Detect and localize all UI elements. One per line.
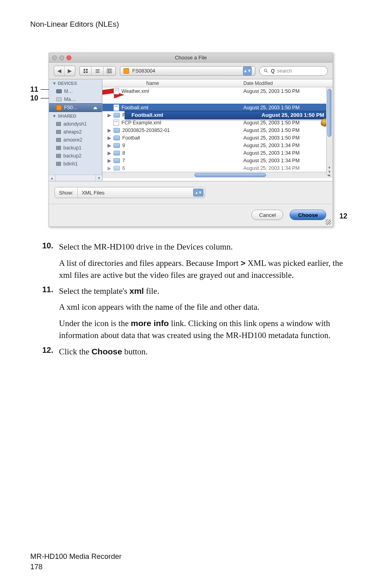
step-11: 11. Select the template's xml file. A xm… xyxy=(42,285,350,341)
file-chooser-dialog: Choose a File ◀ ▶ FS083004 xyxy=(49,53,333,227)
view-mode-segment xyxy=(79,66,116,76)
file-row[interactable]: ▶6 August 25, 2003 1:34 PM xyxy=(102,164,333,172)
step-10: 10. Select the MR-HD100 drive in the Dev… xyxy=(42,241,350,281)
sidebar-item-shared[interactable]: amoore2 xyxy=(49,136,102,144)
sidebar-item-shared[interactable]: adondysh1 xyxy=(49,120,102,128)
step-text: A xml icon appears with the name of the … xyxy=(59,301,350,313)
shared-icon xyxy=(56,146,61,150)
callout-column: 11 10 xyxy=(30,53,45,188)
toolbar: ◀ ▶ FS083004 ▲▼ xyxy=(49,63,333,79)
svg-rect-5 xyxy=(96,71,100,71)
shared-header: ▼ SHARED xyxy=(49,112,102,120)
view-column-button[interactable] xyxy=(104,67,116,75)
path-dropdown-icon[interactable]: ▲▼ xyxy=(243,67,252,75)
external-drive-icon xyxy=(56,105,62,110)
callout-12: 12 xyxy=(339,212,347,227)
step-text: A list of directories and files appears.… xyxy=(59,257,350,281)
titlebar: Choose a File xyxy=(49,53,333,63)
svg-rect-3 xyxy=(86,71,88,73)
show-label: Show: xyxy=(55,187,78,198)
sidebar-item-shared[interactable]: backup2 xyxy=(49,152,102,160)
file-list: Name Date Modified Weather.xml August 25… xyxy=(102,79,333,181)
sidebar-item-shared[interactable]: aheaps2 xyxy=(49,128,102,136)
svg-rect-4 xyxy=(96,69,100,70)
network-icon xyxy=(56,89,62,93)
svg-rect-9 xyxy=(110,69,112,73)
step-text: Click the Choose button. xyxy=(59,346,350,358)
disclosure-icon[interactable]: ▶ xyxy=(107,165,111,171)
callout-11-label: 11 xyxy=(30,85,38,94)
disclosure-icon[interactable]: ▶ xyxy=(107,128,111,133)
folder-icon xyxy=(114,128,120,133)
choose-button[interactable]: Choose xyxy=(290,210,326,220)
folder-icon xyxy=(114,143,120,148)
sidebar-scroll[interactable]: ▲▼ xyxy=(49,175,102,181)
col-date[interactable]: Date Modified xyxy=(242,79,333,87)
view-list-button[interactable] xyxy=(92,67,104,75)
browser-pane: ▼ DEVICES M… Ma… FS0… ⏏ ▼ SHARED adondys… xyxy=(49,79,333,181)
disclosure-icon[interactable]: ▶ xyxy=(107,143,111,148)
horizontal-scrollbar[interactable]: ◀ xyxy=(102,172,333,178)
footer-product: MR-HD100 Media Recorder xyxy=(30,551,121,562)
svg-point-10 xyxy=(264,69,267,71)
search-icon xyxy=(264,69,268,73)
shared-icon xyxy=(56,154,61,158)
folder-icon xyxy=(114,166,120,171)
file-row[interactable]: ▶20030825-203852-01 August 25, 2003 1:50… xyxy=(102,126,333,134)
svg-line-11 xyxy=(266,71,268,72)
resize-grip-icon[interactable] xyxy=(325,219,331,225)
mac-icon xyxy=(56,97,62,101)
search-field[interactable]: Q search xyxy=(259,66,328,76)
show-value: XML Files xyxy=(78,190,193,196)
eject-icon[interactable]: ⏏ xyxy=(93,105,97,110)
dialog-title: Choose a File xyxy=(49,55,333,61)
xml-icon xyxy=(114,120,119,126)
xml-icon xyxy=(114,104,119,111)
shared-icon xyxy=(56,162,61,166)
folder-icon xyxy=(114,158,120,163)
file-row-selected[interactable]: Football.xml August 25, 2003 1:50 PM xyxy=(102,104,333,111)
sidebar-item-selected-drive[interactable]: FS0… ⏏ xyxy=(49,103,102,112)
forward-button[interactable]: ▶ xyxy=(65,66,75,76)
view-icon-button[interactable] xyxy=(80,67,92,75)
svg-rect-7 xyxy=(107,69,108,73)
shared-icon xyxy=(56,138,61,142)
file-row[interactable]: ▶8 August 25, 2003 1:34 PM xyxy=(102,149,333,157)
sidebar-item-shared[interactable]: backup1 xyxy=(49,144,102,152)
vertical-scrollbar[interactable]: ▲▼ xyxy=(326,87,333,175)
svg-rect-2 xyxy=(84,71,85,73)
step-number: 10. xyxy=(42,241,59,281)
disclosure-icon[interactable]: ▶ xyxy=(107,158,111,163)
show-popup[interactable]: Show: XML Files ▲▼ xyxy=(55,187,205,198)
sidebar-item-shared[interactable]: bdinh1 xyxy=(49,160,102,168)
callout-10-label: 10 xyxy=(30,94,38,102)
step-text: Under the icon is the more info link. Cl… xyxy=(59,317,350,342)
file-row[interactable]: Weather.xml August 25, 2003 1:50 PM xyxy=(102,87,333,95)
disclosure-icon[interactable]: ▶ xyxy=(107,135,111,141)
col-name[interactable]: Name xyxy=(102,79,242,87)
svg-rect-0 xyxy=(84,69,85,71)
search-placeholder: search xyxy=(277,68,292,74)
disclosure-icon[interactable]: ▶ xyxy=(107,150,111,156)
file-row[interactable]: ▶7 August 25, 2003 1:34 PM xyxy=(102,157,333,164)
xml-icon xyxy=(114,88,119,94)
file-row[interactable]: ▶9 August 25, 2003 1:34 PM xyxy=(102,142,333,149)
button-row: Cancel Choose xyxy=(49,204,333,226)
back-button[interactable]: ◀ xyxy=(54,66,65,76)
path-popup[interactable]: FS083004 ▲▼ xyxy=(120,66,255,76)
disclosure-icon[interactable]: ▶ xyxy=(107,112,111,118)
drive-icon xyxy=(123,68,129,74)
column-headers[interactable]: Name Date Modified xyxy=(102,79,333,87)
cancel-button[interactable]: Cancel xyxy=(251,210,283,220)
shared-icon xyxy=(56,122,61,126)
file-row[interactable]: ▶Football August 25, 2003 1:50 PM xyxy=(102,134,333,142)
dropdown-icon[interactable]: ▲▼ xyxy=(193,189,204,197)
folder-icon xyxy=(114,113,120,118)
sidebar-item-mac[interactable]: Ma… xyxy=(49,95,102,103)
file-row[interactable]: FCP Example.xml August 25, 2003 1:50 PM xyxy=(102,119,333,126)
svg-rect-6 xyxy=(96,72,100,73)
devices-header: ▼ DEVICES xyxy=(49,79,102,87)
nav-buttons: ◀ ▶ xyxy=(54,66,75,76)
sidebar-item-network[interactable]: M… xyxy=(49,87,102,95)
shared-icon xyxy=(56,130,61,134)
